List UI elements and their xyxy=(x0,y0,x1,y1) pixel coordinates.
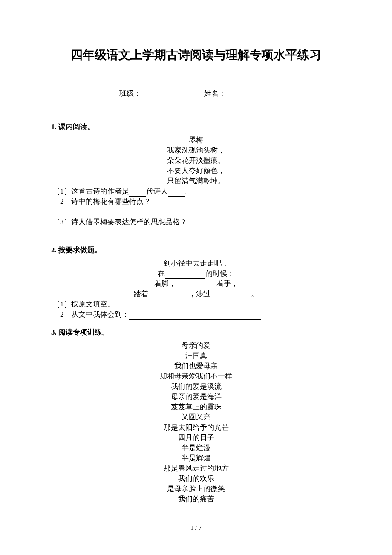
s2-text: 的时候： xyxy=(205,269,234,278)
document-title: 四年级语文上学期古诗阅读与理解专项水平练习 xyxy=(51,47,341,63)
q2-2-text: ［2］从文中我体会到： xyxy=(53,310,129,318)
q1-1-blank-1[interactable] xyxy=(129,189,146,197)
poem-3-line: 那是春风走过的地方 xyxy=(51,463,341,474)
s2-blank[interactable] xyxy=(148,292,189,299)
q1-1-blank-2[interactable] xyxy=(168,189,185,197)
poem-3-line: 半是辉煌 xyxy=(51,453,341,463)
poem-3-line: 是母亲脸上的微笑 xyxy=(51,484,341,494)
poem-3-line: 我们的欢乐 xyxy=(51,474,341,484)
q1-1-text: 代诗人 xyxy=(146,187,168,195)
q1-3: ［3］诗人借墨梅要表达怎样的思想品格？ xyxy=(53,217,341,227)
name-blank[interactable] xyxy=(226,91,273,98)
s2-text: 踏着 xyxy=(134,290,148,298)
q2-2-blank[interactable] xyxy=(129,314,261,320)
poem-1-line: 不要人夸好颜色， xyxy=(51,166,341,176)
poem-3-author: 汪国真 xyxy=(51,351,341,361)
q1-1-text: ［1］这首古诗的作者是 xyxy=(53,187,129,195)
s2-blank[interactable] xyxy=(176,281,216,289)
q1-2: ［2］诗中的梅花有哪些特点？ xyxy=(53,197,341,207)
q1-3-answer-line[interactable] xyxy=(51,227,341,237)
section-2-heading: 2. 按要求做题。 xyxy=(51,245,341,255)
poem-3-line: 半是烂漫 xyxy=(51,443,341,453)
s2-text: 。 xyxy=(251,290,258,298)
s2-line-4: 踏着，涉过。 xyxy=(51,289,341,299)
q1-1-text: 。 xyxy=(185,187,192,195)
poem-3-line: 却和母亲爱我们不一样 xyxy=(51,371,341,382)
q2-1: ［1］按原文填空。 xyxy=(53,299,341,309)
poem-3-line: 我们的爱是溪流 xyxy=(51,382,341,392)
class-label: 班级： xyxy=(119,90,141,98)
poem-3-line: 四月的日子 xyxy=(51,433,341,443)
q2-2: ［2］从文中我体会到： xyxy=(53,309,341,320)
poem-1-line: 我家洗砚池头树， xyxy=(51,145,341,156)
s2-text: 着脚， xyxy=(154,280,176,288)
poem-1-line: 只留清气满乾坤。 xyxy=(51,176,341,186)
name-label: 姓名： xyxy=(204,90,226,98)
poem-3-line: 那是太阳给予的光芒 xyxy=(51,422,341,433)
poem-3-line: 母亲的爱是海洋 xyxy=(51,392,341,402)
section-3-heading: 3. 阅读专项训练。 xyxy=(51,327,341,337)
page-number: 1 / 7 xyxy=(0,524,392,532)
s2-text: 着手， xyxy=(216,280,238,288)
poem-3-title: 母亲的爱 xyxy=(51,341,341,351)
s2-line-1: 到小径中去走走吧， xyxy=(51,258,341,269)
class-blank[interactable] xyxy=(141,91,188,98)
q1-1: ［1］这首古诗的作者是代诗人。 xyxy=(53,186,341,197)
poem-1-line: 朵朵花开淡墨痕。 xyxy=(51,156,341,166)
poem-3-line: 芨芨草上的露珠 xyxy=(51,402,341,412)
poem-3-line: 我们也爱母亲 xyxy=(51,361,341,371)
poem-3-line: 我们的痛苦 xyxy=(51,494,341,504)
s2-text: 在 xyxy=(158,269,165,278)
s2-text: ，涉过 xyxy=(189,290,210,298)
s2-blank[interactable] xyxy=(165,271,205,279)
poem-1-title: 墨梅 xyxy=(51,135,341,145)
poem-3-line: 又圆又亮 xyxy=(51,412,341,422)
s2-line-2: 在的时候： xyxy=(51,269,341,279)
s2-blank[interactable] xyxy=(210,292,251,299)
section-1-heading: 1. 课内阅读。 xyxy=(51,122,341,132)
s2-line-3: 着脚，着手， xyxy=(51,279,341,289)
student-info-line: 班级： 姓名： xyxy=(51,89,341,98)
q1-2-answer-line[interactable] xyxy=(51,207,341,217)
